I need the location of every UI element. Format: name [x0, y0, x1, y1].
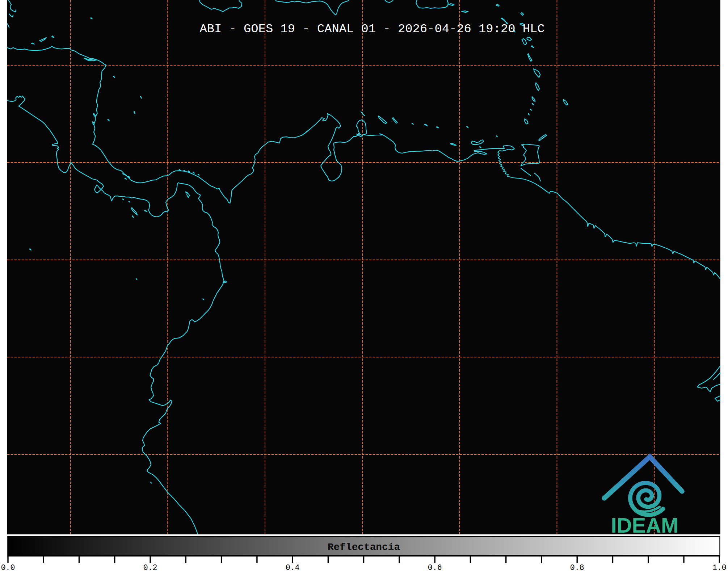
svg-text:0.0: 0.0: [1, 563, 15, 571]
svg-text:IDEAM: IDEAM: [611, 513, 679, 537]
svg-text:0.6: 0.6: [428, 563, 442, 571]
svg-text:0.2: 0.2: [143, 563, 157, 571]
svg-text:Reflectancia: Reflectancia: [328, 542, 400, 553]
svg-text:0.4: 0.4: [286, 563, 300, 571]
svg-text:ABI - GOES 19 - CANAL 01 - 202: ABI - GOES 19 - CANAL 01 - 2026-04-26 19…: [199, 22, 544, 36]
svg-text:0.8: 0.8: [570, 563, 584, 571]
svg-text:1.0: 1.0: [712, 563, 727, 571]
